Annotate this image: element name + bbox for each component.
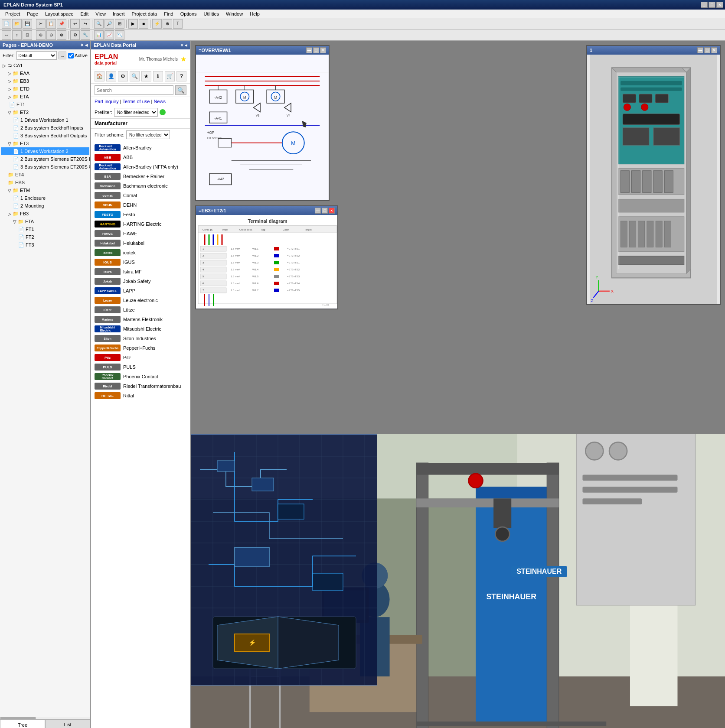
terminal-controls[interactable]: — □ ×: [315, 208, 335, 214]
menu-view[interactable]: View: [92, 10, 109, 18]
tree-item-eb3[interactable]: ▷ 📁 EB3: [1, 77, 89, 85]
minimize-btn[interactable]: _: [701, 2, 708, 8]
mfr-lutze[interactable]: LÜTZE Lütze: [91, 305, 190, 315]
tree-item-bus-bk-in[interactable]: 📄 2 Bus system Beckhoff Inputs: [1, 124, 89, 132]
mfr-allen-bradley[interactable]: RockwellAutomation Allen-Bradley: [91, 143, 190, 153]
menu-page[interactable]: Page: [23, 10, 42, 18]
tb-cut[interactable]: ✂: [36, 19, 46, 29]
active-checkbox[interactable]: Active: [68, 53, 88, 58]
tb2-6[interactable]: ⊗: [57, 30, 66, 40]
tree-item-ft3[interactable]: 📄 FT3: [1, 241, 89, 249]
news-link[interactable]: News: [153, 99, 166, 104]
tb-run[interactable]: ▶: [128, 19, 138, 29]
terms-link[interactable]: Terms of use: [122, 99, 150, 104]
mfr-festo[interactable]: FESTO Festo: [91, 210, 190, 219]
tb-open[interactable]: 📂: [12, 19, 22, 29]
dp-person-icon[interactable]: 👤: [106, 71, 116, 81]
tree-item-bus-si-out[interactable]: 📄 3 Bus system Siemens ET200S Ou: [1, 163, 89, 171]
tb-zoom-out[interactable]: 🔎: [105, 19, 114, 29]
menu-edit[interactable]: Edit: [77, 10, 92, 18]
tb-stop[interactable]: ■: [139, 19, 148, 29]
tb-new[interactable]: 📄: [2, 19, 11, 29]
tree-item-et1[interactable]: 📄 ET1: [1, 101, 89, 108]
tree-item-bus-bk-out[interactable]: 📄 3 Bus system Beckhoff Outputs: [1, 132, 89, 140]
tree-item-eta[interactable]: ▷ 📁 ETA: [1, 93, 89, 101]
tree-item-mounting[interactable]: 📄 2 Mounting: [1, 202, 89, 210]
pages-panel-close[interactable]: × ◂: [81, 42, 88, 48]
tree-item-ebs[interactable]: 📁 EBS: [1, 179, 89, 186]
dp-cart-icon[interactable]: 🛒: [165, 71, 175, 81]
filter-settings-btn[interactable]: …: [59, 52, 66, 59]
3d-close[interactable]: ×: [711, 47, 717, 53]
tree-item-et4[interactable]: 📁 ET4: [1, 171, 89, 179]
dp-search-input[interactable]: [95, 85, 173, 95]
dp-star-icon[interactable]: ★: [141, 71, 151, 81]
mfr-riedel[interactable]: Riedel Riedel Transformatorenbau: [91, 381, 190, 391]
dp-info-icon[interactable]: ℹ: [153, 71, 163, 81]
menu-find[interactable]: Find: [160, 10, 176, 18]
window-controls[interactable]: _ □ ×: [701, 2, 723, 8]
maximize-btn[interactable]: □: [709, 2, 715, 8]
tb2-4[interactable]: ⊕: [36, 30, 46, 40]
mfr-comat[interactable]: comat Comat: [91, 191, 190, 200]
prefilter-select[interactable]: No filter selected: [114, 108, 158, 117]
terminal-minimize[interactable]: —: [315, 208, 321, 214]
tb-fit[interactable]: ⊞: [115, 19, 124, 29]
tree-item-ca1[interactable]: ▷ 🗂 CA1: [1, 62, 89, 69]
menu-project[interactable]: Project: [2, 10, 23, 18]
menu-layout[interactable]: Layout space: [42, 10, 77, 18]
mfr-siton[interactable]: Siton Siton Industries: [91, 334, 190, 343]
tree-item-fta[interactable]: ▽ 📁 FTA: [1, 218, 89, 225]
tb2-5[interactable]: ⊖: [46, 30, 56, 40]
menu-options[interactable]: Options: [177, 10, 200, 18]
tb-undo[interactable]: ↩: [70, 19, 80, 29]
overview-maximize[interactable]: □: [313, 47, 319, 53]
mfr-dehn[interactable]: DEHN DEHN: [91, 200, 190, 210]
tree-item-ft1[interactable]: 📄 FT1: [1, 225, 89, 233]
filter-select[interactable]: Default: [16, 51, 57, 60]
mfr-pilz[interactable]: Pilz Pilz: [91, 353, 190, 362]
tb-paste[interactable]: 📌: [57, 19, 66, 29]
mfr-pepperl[interactable]: Pepperl+Fuchs Pepperl+Fuchs: [91, 343, 190, 353]
mfr-abb[interactable]: ABB ABB: [91, 153, 190, 162]
mfr-allen-bradley-nfpa[interactable]: RockwellAufomation Allen-Bradley (NFPA o…: [91, 162, 190, 172]
3d-minimize[interactable]: —: [697, 47, 703, 53]
mfr-martens[interactable]: Martens Martens Elektronik: [91, 315, 190, 324]
tb2-11[interactable]: 📉: [115, 30, 124, 40]
mfr-phoenix[interactable]: PhoenixContact Phoenix Contact: [91, 372, 190, 381]
tb2-3[interactable]: ⊡: [23, 30, 32, 40]
tree-item-etd[interactable]: ▷ 📁 ETD: [1, 85, 89, 93]
3d-view-controls[interactable]: — □ ×: [697, 47, 717, 53]
mfr-bernecker[interactable]: B&R Bernecker + Rainer: [91, 172, 190, 181]
menu-insert[interactable]: Insert: [109, 10, 128, 18]
menu-projectdata[interactable]: Project data: [128, 10, 161, 18]
mfr-jokab[interactable]: Jokab Jokab Safety: [91, 276, 190, 286]
menu-window[interactable]: Window: [222, 10, 246, 18]
tab-tree[interactable]: Tree: [0, 720, 45, 728]
tree-item-ft2[interactable]: 📄 FT2: [1, 233, 89, 241]
mfr-leuze[interactable]: Leuze Leuze electronic: [91, 296, 190, 305]
mfr-harting[interactable]: HARTING HARTING Electric: [91, 219, 190, 229]
tree-item-et2[interactable]: ▽ 📁 ET2: [1, 108, 89, 116]
mfr-helukabel[interactable]: Helukabel Helukabel: [91, 238, 190, 248]
tree-item-bus-si-in[interactable]: 📄 2 Bus system Siemens ET200S Inp: [1, 155, 89, 163]
tb2-8[interactable]: 🔧: [81, 30, 90, 40]
mfr-bachmann[interactable]: Bachmann Bachmann electronic: [91, 181, 190, 191]
tree-item-enclosure[interactable]: 📄 1 Enclosure: [1, 194, 89, 202]
tb-wire[interactable]: ⚡: [152, 19, 162, 29]
terminal-maximize[interactable]: □: [322, 208, 328, 214]
mfr-rittal[interactable]: RITTAL Rittal: [91, 391, 190, 400]
close-btn[interactable]: ×: [716, 2, 723, 8]
menu-utilities[interactable]: Utilities: [200, 10, 222, 18]
tree-item-et3[interactable]: ▽ 📁 ET3: [1, 140, 89, 147]
tb-copy[interactable]: 📋: [46, 19, 56, 29]
tree-item-fb3[interactable]: ▷ 📁 FB3: [1, 210, 89, 218]
tree-item-etm[interactable]: ▽ 📁 ETM: [1, 186, 89, 194]
menu-help[interactable]: Help: [246, 10, 263, 18]
overview-minimize[interactable]: —: [306, 47, 312, 53]
mfr-iskra[interactable]: Iskra Iskra MF: [91, 267, 190, 276]
tab-list[interactable]: List: [45, 720, 90, 728]
tb2-10[interactable]: 📈: [105, 30, 114, 40]
tb-text[interactable]: T: [173, 19, 183, 29]
dp-home-icon[interactable]: 🏠: [95, 71, 105, 81]
